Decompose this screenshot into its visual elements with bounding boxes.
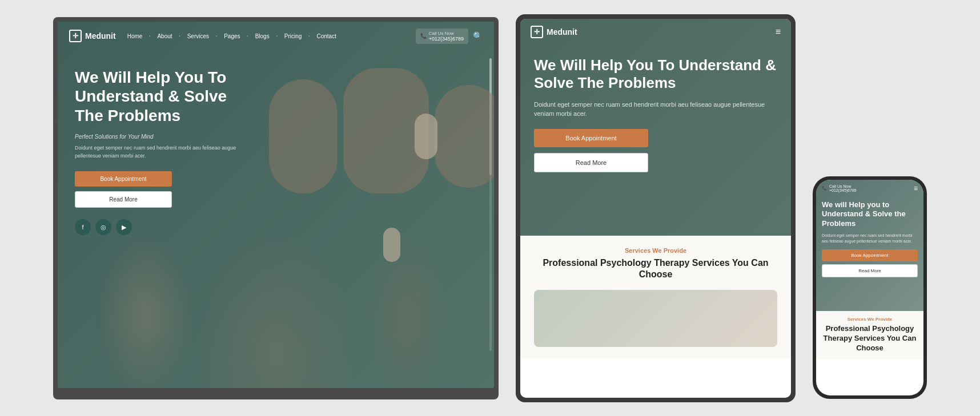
tablet-hero-content: We Will Help You To Understand & Solve T… [520, 45, 791, 184]
desktop-cta: 📞 Call Us Now +012(345)6789 🔍 [416, 29, 483, 44]
phone-screen: 📞 Call Us Now +012(345)6789 ≡ We will He… [816, 180, 923, 395]
menu-separator: • [308, 34, 310, 38]
desktop-hero-title: We Will Help You To Understand & Solve T… [75, 68, 258, 126]
instagram-icon[interactable]: ◎ [95, 219, 111, 235]
tablet-service-card-image [534, 290, 777, 347]
desktop-read-more-button[interactable]: Read More [75, 191, 172, 208]
phone-call-now-label: Call Us Now [829, 184, 857, 188]
hero-image-card-3 [435, 85, 494, 188]
hamburger-icon[interactable]: ≡ [776, 27, 781, 37]
phone-hero-section: 📞 Call Us Now +012(345)6789 ≡ We will He… [816, 180, 923, 311]
nav-pricing[interactable]: Pricing [284, 33, 302, 39]
phone-hero-title: We will Help you to Understand & Solve t… [822, 200, 918, 228]
tablet-logo-icon: ✛ [531, 26, 543, 38]
phone-services-title: Professional Psychology Therapy Services… [822, 324, 918, 353]
decorative-oval-1 [415, 114, 437, 159]
tablet-services-label: Services We Provide [534, 247, 777, 254]
desktop-screen: ✛ Medunit Home • About • Services • Page… [58, 22, 494, 388]
phone-number-display: +012(345)6789 [829, 188, 857, 192]
menu-separator: • [247, 34, 248, 38]
tablet-hero-section: ✛ Medunit ≡ We Will Help You To Understa… [520, 19, 791, 236]
nav-home[interactable]: Home [127, 33, 143, 39]
menu-separator: • [179, 34, 180, 38]
menu-separator: • [276, 34, 278, 38]
call-box: 📞 Call Us Now +012(345)6789 [416, 29, 468, 44]
phone-hero-description: Doidunt eget semper nec ruam sed hendrer… [822, 233, 918, 244]
nav-contact[interactable]: Contact [316, 33, 336, 39]
nav-services[interactable]: Services [187, 33, 209, 39]
tablet-hero-description: Doidunt eget semper nec ruam sed hendrer… [534, 100, 777, 119]
desktop-hero-left: We Will Help You To Understand & Solve T… [75, 68, 258, 268]
facebook-icon[interactable]: f [75, 219, 91, 235]
desktop-mockup: ✛ Medunit Home • About • Services • Page… [53, 17, 499, 399]
call-now-label: Call Us Now [429, 31, 464, 36]
desktop-hero: We Will Help You To Understand & Solve T… [58, 51, 494, 268]
tablet-services-title: Professional Psychology Therapy Services… [534, 257, 777, 281]
hero-image-card-1 [269, 79, 338, 193]
phone-services-label: Services We Provide [822, 317, 918, 322]
tablet-services-section: Services We Provide Professional Psychol… [520, 236, 791, 359]
youtube-icon[interactable]: ▶ [116, 219, 132, 235]
tablet-hero-title: We Will Help You To Understand & Solve T… [534, 56, 777, 92]
phone-book-appointment-button[interactable]: Book Appointment [822, 249, 918, 261]
tablet-mockup: ✛ Medunit ≡ We Will Help You To Understa… [516, 14, 796, 402]
desktop-hero-description: Doidunt eget semper nec ruam sed hendrer… [75, 144, 258, 160]
desktop-hero-right [269, 68, 477, 268]
menu-separator: • [149, 34, 150, 38]
desktop-logo: ✛ Medunit [69, 30, 116, 42]
social-icons-group: f ◎ ▶ [75, 219, 258, 235]
tablet-logo: ✛ Medunit [531, 26, 577, 38]
nav-about[interactable]: About [157, 33, 172, 39]
tablet-book-appointment-button[interactable]: Book Appointment [534, 129, 648, 147]
decorative-oval-2 [383, 228, 400, 262]
phone-call-icon: 📞 [822, 186, 827, 191]
desktop-menu: Home • About • Services • Pages • Blogs … [127, 33, 404, 39]
tablet-brand-name: Medunit [547, 27, 577, 37]
logo-icon: ✛ [69, 30, 82, 42]
tablet-screen: ✛ Medunit ≡ We Will Help You To Understa… [520, 19, 791, 398]
tablet-navbar: ✛ Medunit ≡ [520, 19, 791, 45]
phone-number: +012(345)6789 [429, 36, 464, 42]
brand-name: Medunit [85, 31, 116, 41]
desktop-book-appointment-button[interactable]: Book Appointment [75, 171, 172, 187]
search-icon[interactable]: 🔍 [473, 31, 483, 41]
nav-blogs[interactable]: Blogs [255, 33, 270, 39]
phone-hamburger-icon[interactable]: ≡ [914, 184, 918, 192]
tablet-read-more-button[interactable]: Read More [534, 153, 648, 172]
menu-separator: • [216, 34, 217, 38]
phone-services-section: Services We Provide Professional Psychol… [816, 311, 923, 359]
phone-navbar: 📞 Call Us Now +012(345)6789 ≡ [816, 180, 923, 197]
desktop-hero-subtitle: Perfect Solutions for Your Mind [75, 134, 258, 140]
desktop-navbar: ✛ Medunit Home • About • Services • Page… [58, 22, 494, 51]
phone-call-info: 📞 Call Us Now +012(345)6789 [822, 184, 857, 192]
nav-pages[interactable]: Pages [224, 33, 240, 39]
call-info: Call Us Now +012(345)6789 [429, 31, 464, 42]
phone-hero-content: We will Help you to Understand & Solve t… [816, 197, 923, 281]
phone-call-text: Call Us Now +012(345)6789 [829, 184, 857, 192]
phone-mockup: 📞 Call Us Now +012(345)6789 ≡ We will He… [813, 176, 927, 399]
phone-icon: 📞 [420, 33, 427, 39]
phone-read-more-button[interactable]: Read More [822, 264, 918, 277]
